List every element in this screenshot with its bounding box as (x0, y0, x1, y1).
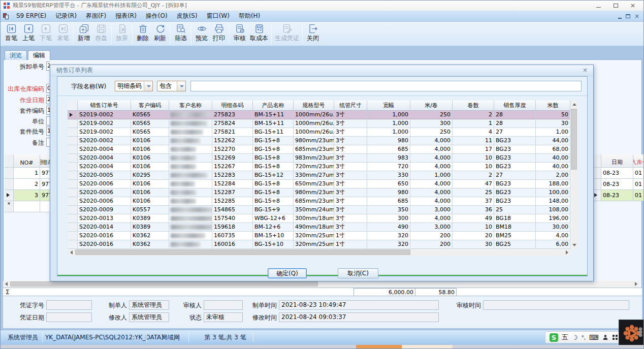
grid-cell[interactable]: S2020-0013 (78, 214, 131, 223)
grid-cell[interactable] (169, 240, 212, 249)
grid-cell[interactable]: 152270 (212, 145, 253, 154)
audit-button[interactable]: 审核 (231, 23, 248, 45)
grid-cell[interactable]: 980 (367, 137, 410, 145)
print-button[interactable]: 打印 (210, 23, 228, 45)
menu-item-1[interactable]: 记录(R) (51, 11, 81, 22)
scroll-down-icon[interactable] (570, 241, 578, 249)
column-header-3[interactable]: 明细条码 (212, 101, 253, 111)
grid-cell[interactable]: 1,000 (367, 119, 410, 128)
grid-cell[interactable]: 37 (453, 197, 494, 206)
row-marker[interactable] (68, 154, 78, 163)
grid-cell[interactable]: 685 (367, 145, 410, 154)
chevron-down-icon[interactable] (144, 81, 152, 91)
grid-cell[interactable]: S2020-0006 (78, 188, 131, 197)
grid-cell[interactable] (14, 201, 40, 212)
grid-cell[interactable]: 3寸 (334, 223, 367, 232)
row-marker[interactable] (5, 168, 14, 179)
grid-cell[interactable]: S2020-0009 (78, 206, 131, 214)
grid-cell[interactable]: 30,00 (536, 223, 570, 232)
form-input-fragment[interactable]: 1 (46, 106, 50, 115)
close-exit-button[interactable]: 关闭 (304, 23, 321, 45)
grid-cell[interactable]: 320 (367, 232, 410, 240)
grid-cell[interactable] (169, 163, 212, 171)
filter-button[interactable]: 筛选 (172, 23, 189, 45)
footer-field-状态[interactable]: 未审核 (204, 312, 243, 322)
wubi-mode-icon[interactable]: 五 (562, 333, 568, 342)
grid-cell[interactable]: 3 (14, 190, 40, 201)
grid-cell[interactable]: S2020-0004 (78, 145, 131, 154)
grid-cell[interactable]: BG-15+8 (253, 197, 294, 206)
row-marker[interactable] (68, 137, 78, 145)
grid-cell[interactable]: K0106 (131, 163, 169, 171)
grid-vscrollbar[interactable] (570, 101, 578, 249)
grid-cell[interactable]: 275823 (212, 111, 253, 119)
delete-button[interactable]: 删除 (134, 23, 151, 45)
taskbar-item[interactable] (402, 345, 453, 349)
grid-cell[interactable] (169, 232, 212, 240)
grid-cell[interactable] (169, 171, 212, 180)
grid-cell[interactable] (169, 154, 212, 163)
grid-cell[interactable]: 4,000 (410, 214, 453, 223)
grid-cell[interactable]: 685mm/23um... (294, 145, 334, 154)
grid-cell[interactable]: 47 (453, 180, 494, 188)
grid-cell[interactable]: K0565 (131, 119, 169, 128)
grid-cell[interactable]: 152269 (212, 154, 253, 163)
moon-fullhalf-icon[interactable]: ☽ (572, 334, 578, 341)
form-input-fragment[interactable]: 2 (46, 95, 50, 104)
footer-field-凭证日期[interactable] (46, 312, 92, 322)
grid-cell[interactable]: 3寸 (334, 188, 367, 197)
grid-cell[interactable]: 720mm/23um... (294, 163, 334, 171)
grid-cell[interactable]: K0106 (131, 154, 169, 163)
grid-cell[interactable]: 159618 (212, 223, 253, 232)
grid-cell[interactable]: BG23 (494, 145, 536, 154)
grid-cell[interactable]: 720 (367, 163, 410, 171)
column-header[interactable]: NO# (14, 154, 40, 168)
column-header-5[interactable]: 规格型号 (294, 101, 334, 111)
mdi-minimize-button[interactable] (618, 18, 622, 19)
form-input-fragment[interactable] (46, 116, 50, 125)
grid-cell[interactable]: S2020-0004 (78, 163, 131, 171)
soft-keyboard-icon[interactable]: ⌨ (589, 334, 599, 341)
grid-cell[interactable]: BG-15+8 (253, 180, 294, 188)
form-input-fragment[interactable]: 2 (46, 61, 50, 71)
hscroll-thumb[interactable] (75, 249, 410, 255)
grid-cell[interactable]: 250 (410, 111, 453, 119)
grid-cell[interactable]: K0362 (131, 240, 169, 249)
table-row[interactable]: S2019-0002K0565275821BG-15+111000mm/26u.… (68, 128, 570, 137)
grid-cell[interactable]: 983 (367, 154, 410, 163)
grid-cell[interactable]: 152287 (212, 188, 253, 197)
main-hscroll-thumb[interactable] (10, 281, 318, 287)
grid-cell[interactable]: 3寸 (334, 137, 367, 145)
nav-prev-button[interactable]: 上笔 (20, 23, 37, 45)
grid-cell[interactable]: BM-15+10 (253, 232, 294, 240)
grid-cell[interactable]: 4,000 (410, 137, 453, 145)
grid-cell[interactable]: 3寸 (334, 128, 367, 137)
toolbox-grid-icon[interactable] (612, 334, 618, 340)
nav-first-button[interactable]: 首笔 (3, 23, 20, 45)
grid-cell[interactable]: 685mm/23um... (294, 197, 334, 206)
grid-cell[interactable]: S2020-0002 (78, 137, 131, 145)
grid-cell[interactable]: S2020-0006 (78, 180, 131, 188)
table-row[interactable]: S2020-0016K0362160735BM-15+10320mm/25um.… (68, 232, 570, 240)
scroll-left-icon[interactable] (3, 281, 10, 288)
preview-button[interactable]: 预览 (193, 23, 210, 45)
taskbar-active-item[interactable] (356, 345, 402, 349)
punctuation-mode-icon[interactable]: °, (582, 335, 586, 340)
grid-cell[interactable]: S2020-0014 (78, 223, 131, 232)
grid-cell[interactable]: BG-15+8 (253, 154, 294, 163)
footer-field-审核人[interactable] (204, 300, 243, 310)
grid-cell[interactable]: K0557 (131, 206, 169, 214)
menu-item-5[interactable]: 皮肤(S) (172, 11, 202, 22)
grid-cell[interactable]: 28 (494, 111, 536, 119)
table-row[interactable]: S2020-0002K0106152262BG-15+8980mm/23um..… (68, 137, 570, 145)
grid-cell[interactable]: 01 (633, 179, 644, 190)
grid-cell[interactable]: 152262 (212, 137, 253, 145)
grid-cell[interactable]: 4 (453, 128, 494, 137)
grid-cell[interactable] (169, 206, 212, 214)
grid-cell[interactable]: 160735 (212, 232, 253, 240)
grid-cell[interactable]: 3寸 (334, 214, 367, 223)
table-row[interactable]: S2020-0014K0389159618BM-12+6490mm/18um..… (68, 223, 570, 232)
grid-cell[interactable]: 4,000 (410, 180, 453, 188)
row-marker[interactable] (5, 190, 14, 201)
grid-cell[interactable]: 300 (410, 119, 453, 128)
